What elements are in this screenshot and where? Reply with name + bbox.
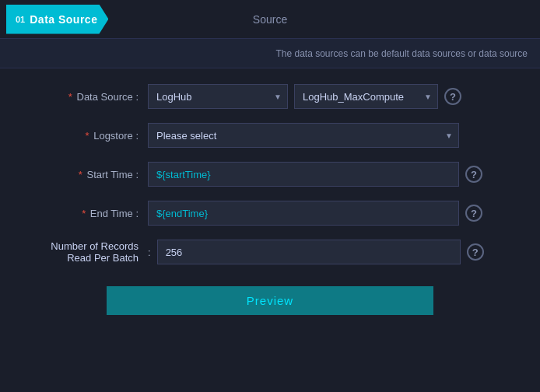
records-label-line1: Number of Records (51, 240, 139, 252)
datasource-controls: LogHub MaxCompute OSS RDS ▼ LogHub_MaxCo… (148, 84, 517, 109)
endtime-row: * End Time : ? (23, 201, 517, 226)
datasource-label-text: Data Source (77, 91, 133, 103)
endtime-label-text: End Time (90, 208, 133, 219)
starttime-label-text: Start Time (87, 169, 133, 180)
records-label-line2: Read Per Batch (67, 252, 139, 264)
logstore-select[interactable]: Please select (148, 123, 459, 148)
header: 01 Data Source Source (0, 0, 540, 39)
logstore-select-wrapper: Please select ▼ (148, 123, 459, 148)
starttime-required-star: * (79, 169, 82, 180)
logstore-row: * Logstore : Please select ▼ (23, 123, 517, 148)
step-number: 01 (16, 15, 25, 24)
required-star: * (68, 91, 72, 103)
starttime-input[interactable] (148, 162, 459, 187)
datasource2-select-wrapper: LogHub_MaxCompute LogHub_OSS ▼ (294, 84, 438, 109)
logstore-required-star: * (85, 130, 89, 142)
starttime-label: * Start Time : (23, 169, 148, 180)
datasource-select-wrapper: LogHub MaxCompute OSS RDS ▼ (148, 84, 288, 109)
endtime-input[interactable] (148, 201, 459, 226)
datasource-row: * Data Source : LogHub MaxCompute OSS RD… (23, 84, 517, 109)
records-input[interactable] (157, 240, 461, 264)
logstore-label: * Logstore : (23, 130, 148, 142)
endtime-help-icon[interactable]: ? (465, 205, 482, 222)
logstore-controls: Please select ▼ (148, 123, 517, 148)
records-controls: : ? (148, 240, 517, 264)
datasource2-select[interactable]: LogHub_MaxCompute LogHub_OSS (294, 84, 438, 109)
starttime-help-icon[interactable]: ? (465, 166, 482, 183)
endtime-required-star: * (82, 208, 86, 219)
endtime-label: * End Time : (23, 208, 148, 219)
starttime-row: * Start Time : ? (23, 162, 517, 187)
preview-row: Preview (23, 286, 517, 315)
header-source-label: Source (253, 13, 287, 26)
datasource-select[interactable]: LogHub MaxCompute OSS RDS (148, 84, 288, 109)
step-title: Data Source (30, 13, 97, 26)
starttime-controls: ? (148, 162, 517, 187)
datasource-label: * Data Source : (23, 91, 148, 103)
records-label: Number of Records Read Per Batch : (23, 240, 148, 264)
description-bar: The data sources can be default data sou… (0, 39, 540, 68)
logstore-label-text: Logstore (93, 130, 133, 142)
description-text: The data sources can be default data sou… (275, 48, 528, 59)
datasource-help-icon[interactable]: ? (444, 88, 461, 105)
records-row: Number of Records Read Per Batch : : ? (23, 240, 517, 264)
records-help-icon[interactable]: ? (467, 243, 484, 261)
endtime-controls: ? (148, 201, 517, 226)
preview-button[interactable]: Preview (107, 286, 433, 315)
form-area: * Data Source : LogHub MaxCompute OSS RD… (0, 68, 540, 331)
step-badge: 01 Data Source (6, 5, 108, 34)
